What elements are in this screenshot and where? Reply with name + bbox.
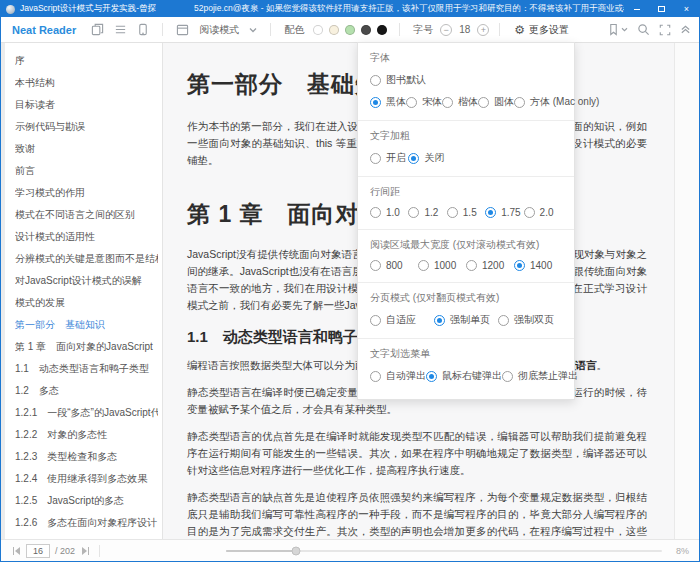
settings-panel-body: 字体图书默认黑体宋体楷体圆体方体 (Mac only)文字加粗开启关闭行间距1.… [358, 43, 574, 399]
toc-item[interactable]: 目标读者 [15, 94, 158, 116]
fullscreen-icon[interactable] [659, 24, 671, 36]
radio-option[interactable]: 800 [370, 260, 418, 271]
radio-label: 1400 [530, 260, 552, 271]
radio-icon [370, 260, 381, 271]
toc-item[interactable]: 模式在不同语言之间的区别 [15, 204, 158, 226]
toc-item[interactable]: 1.2.3 类型检查和多态 [15, 446, 158, 468]
radio-label: 鼠标右键弹出 [442, 369, 502, 383]
radio-icon [370, 207, 381, 218]
toc-item[interactable]: 对JavaScript设计模式的误解 [15, 270, 158, 292]
toc-item[interactable]: 1.2.7 设计模式与多态 [15, 534, 158, 539]
radio-option[interactable]: 1000 [418, 260, 466, 271]
reading-mode-button[interactable]: 阅读模式 [199, 23, 239, 37]
radio-icon [498, 315, 509, 326]
library-icon[interactable] [91, 23, 104, 36]
radio-option[interactable]: 圆体 [478, 95, 514, 109]
toc-item[interactable]: 第一部分 基础知识 [15, 314, 158, 336]
radio-option[interactable]: 1.5 [447, 207, 485, 218]
radio-label: 800 [386, 260, 403, 271]
progress-percent: 8% [676, 546, 689, 556]
close-button[interactable]: × [674, 1, 699, 17]
toc-item[interactable]: 学习模式的作用 [15, 182, 158, 204]
toc-item[interactable]: 示例代码与勘误 [15, 116, 158, 138]
radio-option[interactable]: 楷体 [442, 95, 478, 109]
radio-option[interactable]: 宋体 [406, 95, 442, 109]
bookmark-button[interactable] [608, 23, 628, 36]
radio-option[interactable]: 1200 [466, 260, 514, 271]
toc-item[interactable]: 分辨模式的关键是意图而不是结构 [15, 248, 158, 270]
color-swatch-sepia[interactable] [329, 25, 339, 35]
toc-item[interactable]: 设计模式的适用性 [15, 226, 158, 248]
radio-option[interactable]: 1.0 [370, 207, 408, 218]
progress-slider[interactable] [226, 550, 662, 552]
radio-label: 2.0 [540, 207, 554, 218]
radio-option[interactable]: 自适应 [370, 313, 434, 327]
radio-icon [370, 371, 381, 382]
toc-sidebar: 序本书结构目标读者示例代码与勘误致谢前言学习模式的作用模式在不同语言之间的区别设… [1, 43, 163, 539]
toc-item[interactable]: 前言 [15, 160, 158, 182]
color-swatch-dark-gray[interactable] [361, 25, 371, 35]
radio-option[interactable]: 关闭 [408, 151, 446, 165]
toc-item[interactable]: 序 [15, 50, 158, 72]
mobile-icon[interactable] [137, 23, 149, 36]
brand-logo[interactable]: Neat Reader [12, 24, 76, 36]
radio-option[interactable]: 1.2 [408, 207, 446, 218]
toc-item[interactable]: 模式的发展 [15, 292, 158, 314]
settings-section-title: 行间距 [370, 185, 562, 199]
radio-option[interactable]: 1400 [514, 260, 562, 271]
radio-selected-icon [370, 97, 381, 108]
color-swatch-green[interactable] [345, 25, 355, 35]
settings-section-title: 阅读区域最大宽度 (仅对滚动模式有效) [370, 238, 562, 252]
radio-icon [447, 207, 458, 218]
next-page-icon[interactable] [81, 546, 91, 556]
toc-item[interactable]: 1.2.5 JavaScript的多态 [15, 490, 158, 512]
toc-item[interactable]: 1.2.6 多态在面向对象程序设计… [15, 512, 158, 534]
color-swatch-black[interactable] [377, 25, 387, 35]
radio-option[interactable]: 图书默认 [370, 73, 562, 87]
page-number-input[interactable] [26, 544, 50, 558]
search-icon[interactable] [637, 23, 650, 36]
toc-item[interactable]: 1.2 多态 [15, 380, 158, 402]
toc-item[interactable]: 1.2.4 使用继承得到多态效果 [15, 468, 158, 490]
bookmark-icon [608, 23, 619, 36]
window-icon [176, 24, 189, 36]
font-size-increase-button[interactable]: + [477, 24, 489, 36]
toc-item[interactable]: 1.1 动态类型语言和鸭子类型 [15, 358, 158, 380]
toc-item[interactable]: 1.2.1 一段“多态”的JavaScript代码 [15, 402, 158, 424]
toc-item[interactable]: 致谢 [15, 138, 158, 160]
radio-label: 自动弹出 [386, 369, 426, 383]
more-settings-button[interactable]: ⚙ 更多设置 [514, 23, 569, 37]
radio-option[interactable]: 强制单页 [434, 313, 498, 327]
font-size-label: 字号 [413, 23, 433, 37]
maximize-button[interactable] [649, 1, 674, 17]
radio-option[interactable]: 黑体 [370, 95, 406, 109]
toc-item[interactable]: 1.2.2 对象的多态性 [15, 424, 158, 446]
radio-option[interactable]: 方体 (Mac only) [514, 95, 599, 109]
statusbar-divider [99, 545, 100, 557]
radio-selected-icon [434, 315, 445, 326]
radio-option[interactable]: 1.75 [485, 207, 523, 218]
radio-option[interactable]: 自动弹出 [370, 369, 426, 383]
radio-icon [502, 371, 513, 382]
prev-page-icon[interactable] [11, 546, 21, 556]
color-swatch-white[interactable] [313, 25, 323, 35]
toc-item[interactable]: 本书结构 [15, 72, 158, 94]
toolbar-divider [399, 23, 400, 36]
radio-option[interactable]: 开启 [370, 151, 408, 165]
close-icon: × [684, 5, 689, 14]
toc-toggle-icon[interactable] [114, 23, 127, 36]
progress-slider-handle[interactable] [291, 546, 300, 555]
radio-label: 开启 [386, 151, 406, 165]
window-title: JavaScript设计模式与开发实践-曾探 [20, 3, 156, 15]
chevron-down-icon[interactable] [249, 27, 257, 33]
radio-option[interactable]: 彻底禁止弹出 [502, 369, 578, 383]
toc-item[interactable]: 第 1 章 面向对象的JavaScript [15, 336, 158, 358]
radio-option[interactable]: 强制双页 [498, 313, 562, 327]
minimize-button[interactable] [624, 1, 649, 17]
page-total: / 202 [55, 546, 75, 556]
radio-option[interactable]: 鼠标右键弹出 [426, 369, 502, 383]
collapse-toolbar-icon[interactable] [680, 24, 691, 35]
toolbar-divider [499, 23, 500, 36]
radio-option[interactable]: 2.0 [524, 207, 562, 218]
font-size-decrease-button[interactable]: − [440, 24, 452, 36]
